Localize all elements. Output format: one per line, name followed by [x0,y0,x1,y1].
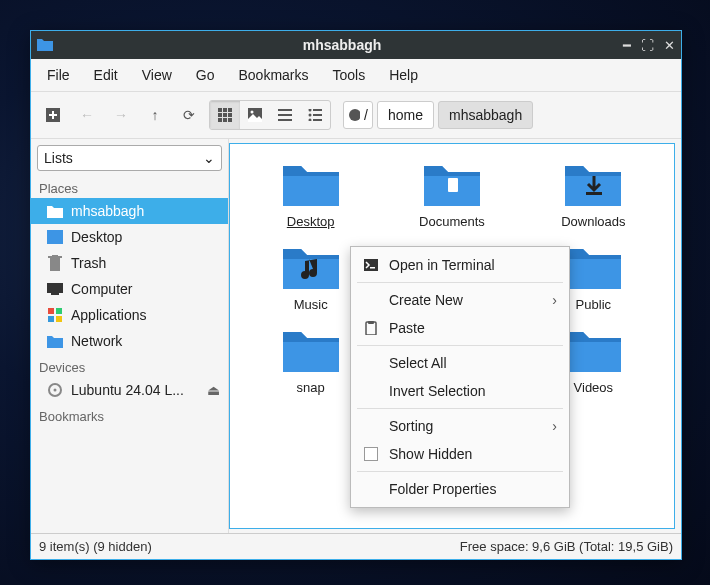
context-sorting[interactable]: Sorting› [351,412,569,440]
folder-icon [279,158,343,210]
context-label: Invert Selection [389,383,557,399]
path-segment-home[interactable]: home [377,101,434,129]
file-label: Desktop [287,214,335,229]
folder-icon [279,241,343,293]
thumbnail-view-button[interactable] [240,101,270,129]
context-label: Sorting [389,418,542,434]
context-separator [357,408,563,409]
context-label: Select All [389,355,557,371]
svg-point-23 [349,109,360,121]
svg-point-13 [251,111,254,114]
file-item-downloads[interactable]: Downloads [523,158,664,229]
compact-view-button[interactable] [270,101,300,129]
bookmarks-header: Bookmarks [31,403,228,426]
context-invert-selection[interactable]: Invert Selection [351,377,569,405]
menu-edit[interactable]: Edit [84,63,128,87]
menu-view[interactable]: View [132,63,182,87]
chevron-right-icon: › [552,292,557,308]
svg-rect-29 [51,293,59,295]
sidebar-item-label: Trash [71,255,106,271]
detailed-view-button[interactable] [300,101,330,129]
forward-button[interactable]: → [107,101,135,129]
folder-icon [279,324,343,376]
maximize-button[interactable]: ⛶ [641,39,654,52]
context-menu: Open in TerminalCreate New›PasteSelect A… [350,246,570,508]
svg-rect-2 [49,114,57,116]
context-label: Paste [389,320,557,336]
menu-file[interactable]: File [37,63,80,87]
context-label: Create New [389,292,542,308]
new-tab-button[interactable] [39,101,67,129]
folder-icon [561,324,625,376]
menu-go[interactable]: Go [186,63,225,87]
trash-icon [47,255,63,271]
file-label: Public [576,297,611,312]
view-mode-group [209,100,331,130]
close-button[interactable]: ✕ [664,39,675,52]
context-label: Show Hidden [389,446,557,462]
back-button[interactable]: ← [73,101,101,129]
svg-rect-22 [313,119,322,121]
context-create-new[interactable]: Create New› [351,286,569,314]
sidebar-item-applications[interactable]: Applications [31,302,228,328]
svg-rect-24 [47,230,63,244]
context-paste[interactable]: Paste [351,314,569,342]
path-segment-current[interactable]: mhsabbagh [438,101,533,129]
menu-bookmarks[interactable]: Bookmarks [228,63,318,87]
svg-rect-20 [313,114,322,116]
sidebar-device[interactable]: Lubuntu 24.04 L...⏏ [31,377,228,403]
checkbox[interactable] [364,447,378,461]
svg-rect-14 [278,109,292,111]
status-free-space: Free space: 9,6 GiB (Total: 19,5 GiB) [460,539,673,554]
svg-rect-10 [223,118,227,122]
menu-tools[interactable]: Tools [323,63,376,87]
context-folder-properties[interactable]: Folder Properties [351,475,569,503]
sidebar-item-mhsabbagh[interactable]: mhsabbagh [31,198,228,224]
path-root-button[interactable]: / [343,101,373,129]
sidebar-item-desktop[interactable]: Desktop [31,224,228,250]
sidebar-item-label: Lubuntu 24.04 L... [71,382,184,398]
svg-rect-6 [218,113,222,117]
sidebar-item-label: Network [71,333,122,349]
file-item-desktop[interactable]: Desktop [240,158,381,229]
svg-rect-9 [218,118,222,122]
titlebar[interactable]: mhsabbagh ━ ⛶ ✕ [31,31,681,59]
sidebar-mode-combo[interactable]: Lists ⌄ [37,145,222,171]
window-controls: ━ ⛶ ✕ [623,39,675,52]
file-item-documents[interactable]: Documents [381,158,522,229]
menu-help[interactable]: Help [379,63,428,87]
context-separator [357,345,563,346]
icon-view-button[interactable] [210,101,240,129]
path-bar: / home mhsabbagh [343,101,533,129]
network-icon [47,333,63,349]
status-items: 9 item(s) (9 hidden) [39,539,152,554]
context-open-in-terminal[interactable]: Open in Terminal [351,251,569,279]
sidebar-item-trash[interactable]: Trash [31,250,228,276]
toolbar: ← → ↑ ⟳ / home mhsabbagh [31,92,681,139]
eject-icon[interactable]: ⏏ [207,382,220,398]
file-label: Documents [419,214,485,229]
folder-view[interactable]: Desktop Documents Downloads Music Pictur… [229,143,675,529]
svg-rect-27 [52,255,58,257]
folder-icon [420,158,484,210]
up-button[interactable]: ↑ [141,101,169,129]
file-label: snap [297,380,325,395]
terminal-icon [363,259,379,271]
folder-icon [561,158,625,210]
context-show-hidden[interactable]: Show Hidden [351,440,569,468]
places-header: Places [31,175,228,198]
minimize-button[interactable]: ━ [623,39,631,52]
context-label: Folder Properties [389,481,557,497]
window-title: mhsabbagh [61,37,623,53]
apps-icon [47,307,63,323]
sidebar-item-network[interactable]: Network [31,328,228,354]
context-label: Open in Terminal [389,257,557,273]
svg-rect-4 [223,108,227,112]
svg-rect-28 [47,283,63,293]
sidebar-item-label: Desktop [71,229,122,245]
sidebar-item-computer[interactable]: Computer [31,276,228,302]
reload-button[interactable]: ⟳ [175,101,203,129]
context-select-all[interactable]: Select All [351,349,569,377]
menubar: File Edit View Go Bookmarks Tools Help [31,59,681,92]
svg-rect-33 [56,316,62,322]
